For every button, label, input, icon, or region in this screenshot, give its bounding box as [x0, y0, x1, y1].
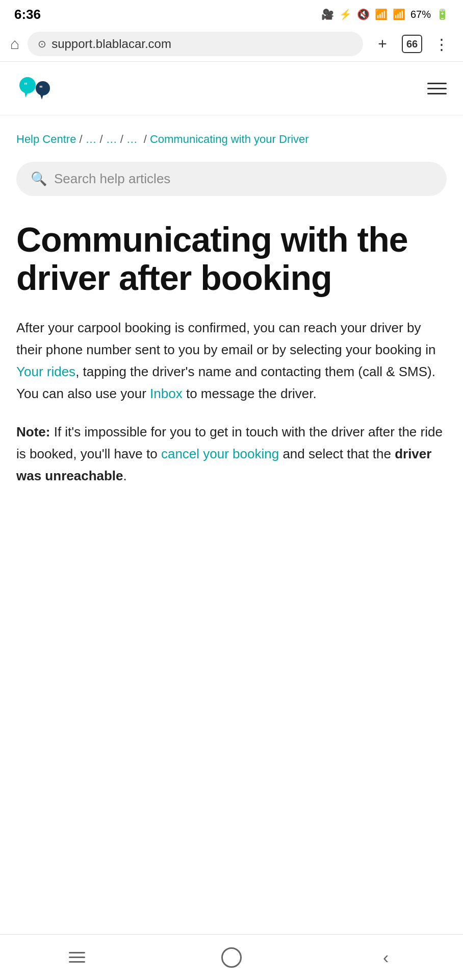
status-time: 6:36: [14, 7, 41, 22]
signal-icon: 📶: [393, 8, 405, 20]
breadcrumb-item-4[interactable]: …: [126, 132, 138, 148]
breadcrumb-sep-2: /: [100, 132, 103, 148]
home-button[interactable]: [211, 942, 252, 973]
svg-point-0: [19, 77, 36, 93]
breadcrumb-item-3[interactable]: …: [106, 132, 117, 148]
add-tab-button[interactable]: +: [371, 33, 394, 55]
url-text: support.blablacar.com: [52, 37, 171, 51]
article-title: Communicating with the driver after book…: [16, 220, 447, 297]
breadcrumb-sep-3: /: [120, 132, 123, 148]
no-sound-icon: 🔇: [357, 8, 370, 20]
hamburger-line-2: [427, 88, 447, 89]
camera-icon: 🎥: [321, 8, 334, 20]
tab-count: 66: [406, 38, 418, 50]
article-body: After your carpool booking is confirmed,…: [16, 317, 447, 486]
breadcrumb-sep-1: /: [79, 132, 82, 148]
back-button[interactable]: ‹: [366, 942, 406, 973]
cancel-booking-link[interactable]: cancel your booking: [161, 446, 279, 461]
recent-apps-icon: [69, 952, 85, 963]
search-input[interactable]: Search help articles: [54, 171, 170, 187]
browser-bar: ⌂ ⊙ support.blablacar.com + 66 ⋮: [0, 27, 463, 62]
logo[interactable]: " ": [16, 74, 57, 103]
browser-home-icon[interactable]: ⌂: [10, 35, 19, 53]
browser-menu-button[interactable]: ⋮: [430, 33, 453, 55]
svg-marker-1: [24, 91, 29, 97]
paragraph-1-text-end: to message the driver.: [183, 386, 317, 401]
bottom-nav: ‹: [0, 934, 463, 980]
article-paragraph-1: After your carpool booking is confirmed,…: [16, 317, 447, 405]
status-icons: 🎥 ⚡ 🔇 📶 📶 67% 🔋: [321, 8, 449, 20]
breadcrumb-home[interactable]: Help Centre: [16, 132, 76, 148]
paragraph-2-punct: .: [123, 468, 127, 483]
svg-marker-3: [40, 93, 44, 100]
recent-apps-button[interactable]: [57, 942, 97, 973]
your-rides-link[interactable]: Your rides: [16, 364, 75, 379]
blablacar-logo: " ": [16, 74, 57, 103]
battery-level: 67%: [410, 9, 431, 20]
svg-text:": ": [24, 81, 28, 89]
inbox-link[interactable]: Inbox: [150, 386, 183, 401]
svg-text:": ": [39, 84, 43, 92]
breadcrumb-sep-4: /: [144, 132, 147, 148]
paragraph-1-text-before: After your carpool booking is confirmed,…: [16, 320, 435, 357]
hamburger-menu-button[interactable]: [427, 83, 447, 94]
bluetooth-icon: ⚡: [339, 8, 352, 20]
note-label: Note:: [16, 424, 50, 439]
search-bar[interactable]: 🔍 Search help articles: [16, 162, 447, 196]
status-bar: 6:36 🎥 ⚡ 🔇 📶 📶 67% 🔋: [0, 0, 463, 27]
more-icon: ⋮: [434, 35, 449, 53]
wifi-icon: 📶: [375, 8, 388, 20]
breadcrumb: Help Centre / … / … / … / Communicating …: [16, 132, 447, 148]
plus-icon: +: [378, 35, 387, 53]
article-paragraph-2: Note: If it's impossible for you to get …: [16, 421, 447, 487]
breadcrumb-item-2[interactable]: …: [86, 132, 97, 148]
security-icon: ⊙: [38, 38, 46, 50]
site-header: " ": [0, 62, 463, 115]
search-icon: 🔍: [31, 171, 47, 187]
tab-count-button[interactable]: 66: [402, 35, 422, 53]
paragraph-2-text-mid: and select that the: [279, 446, 395, 461]
browser-url-bar[interactable]: ⊙ support.blablacar.com: [28, 32, 363, 56]
home-icon: [221, 947, 242, 968]
content-area: Help Centre / … / … / … / Communicating …: [0, 115, 463, 524]
breadcrumb-current[interactable]: Communicating with your Driver: [150, 132, 309, 148]
hamburger-line-3: [427, 93, 447, 94]
hamburger-line-1: [427, 83, 447, 84]
battery-icon: 🔋: [436, 8, 449, 20]
back-icon: ‹: [383, 947, 389, 967]
svg-point-2: [36, 81, 50, 95]
